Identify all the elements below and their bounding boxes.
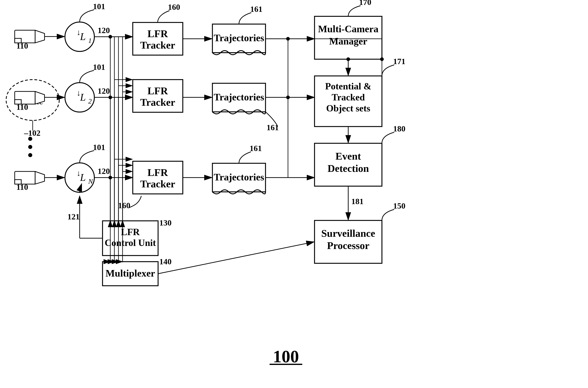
svg-text:L: L bbox=[80, 92, 86, 103]
camera-1 bbox=[15, 30, 45, 43]
camera2-label: 110 bbox=[16, 102, 28, 112]
svg-text:Trajectories: Trajectories bbox=[214, 172, 264, 182]
ref-181: 181 bbox=[351, 197, 363, 206]
multi-camera-label2: Manager bbox=[329, 36, 367, 47]
svg-text:161: 161 bbox=[250, 144, 262, 153]
lfr-control-label2: Control Unit bbox=[105, 238, 156, 248]
svg-text:Trajectories: Trajectories bbox=[214, 32, 264, 43]
ref-171: 171 bbox=[393, 57, 406, 66]
svg-text:161: 161 bbox=[250, 4, 262, 14]
svg-text:101: 101 bbox=[93, 2, 105, 11]
svg-text:160: 160 bbox=[118, 201, 130, 210]
potential-label1: Potential & bbox=[325, 81, 371, 92]
svg-text:101: 101 bbox=[93, 143, 105, 152]
ref-170: 170 bbox=[359, 0, 371, 7]
camera1-label: 110 bbox=[16, 41, 28, 50]
svg-text:Trajectories: Trajectories bbox=[214, 92, 264, 102]
ref-130: 130 bbox=[159, 218, 172, 227]
diagram-container: scene –102 110 110 110 • • • bbox=[0, 0, 588, 388]
svg-text:L: L bbox=[80, 172, 86, 183]
multiplexer-label: Multiplexer bbox=[105, 268, 155, 279]
svg-text:120: 120 bbox=[98, 167, 110, 176]
surveillance-label1: Surveillance bbox=[321, 228, 375, 239]
svg-text:101: 101 bbox=[93, 62, 105, 72]
svg-text:LFR: LFR bbox=[148, 85, 168, 97]
camera-3 bbox=[15, 171, 45, 184]
ref-150: 150 bbox=[393, 201, 406, 210]
svg-text:161: 161 bbox=[267, 123, 279, 132]
svg-point-146 bbox=[28, 145, 32, 149]
main-diagram: scene 110 110 110 –102 bbox=[0, 0, 588, 388]
svg-text:LFR: LFR bbox=[148, 167, 168, 178]
multi-camera-label1: Multi-Camera bbox=[318, 24, 379, 34]
svg-text:1: 1 bbox=[88, 37, 92, 44]
svg-text:120: 120 bbox=[98, 26, 110, 35]
svg-text:Tracker: Tracker bbox=[140, 97, 175, 108]
svg-text:160: 160 bbox=[168, 2, 180, 12]
ref-121: 121 bbox=[67, 212, 80, 221]
svg-point-147 bbox=[28, 153, 32, 157]
svg-text:LFR: LFR bbox=[148, 28, 168, 39]
svg-text:N: N bbox=[88, 178, 93, 185]
svg-text:120: 120 bbox=[98, 86, 110, 96]
ref-140: 140 bbox=[159, 257, 172, 266]
potential-label2: Tracked bbox=[332, 92, 365, 102]
event-label2: Detection bbox=[328, 163, 369, 174]
event-label1: Event bbox=[335, 150, 361, 162]
lfr-control-label1: LFR bbox=[121, 227, 140, 237]
surveillance-label2: Processor bbox=[327, 240, 369, 251]
svg-text:2: 2 bbox=[88, 97, 92, 105]
svg-text:Tracker: Tracker bbox=[140, 178, 175, 190]
svg-text:L: L bbox=[80, 31, 86, 42]
camera3-label: 110 bbox=[16, 182, 28, 192]
svg-text:Tracker: Tracker bbox=[140, 39, 175, 51]
potential-label3: Object sets bbox=[326, 103, 370, 114]
svg-rect-131 bbox=[0, 0, 588, 388]
svg-text:–102: –102 bbox=[24, 128, 40, 138]
figure-number: 100 bbox=[273, 347, 299, 366]
ref-180: 180 bbox=[393, 124, 406, 133]
camera-2 bbox=[15, 92, 45, 104]
